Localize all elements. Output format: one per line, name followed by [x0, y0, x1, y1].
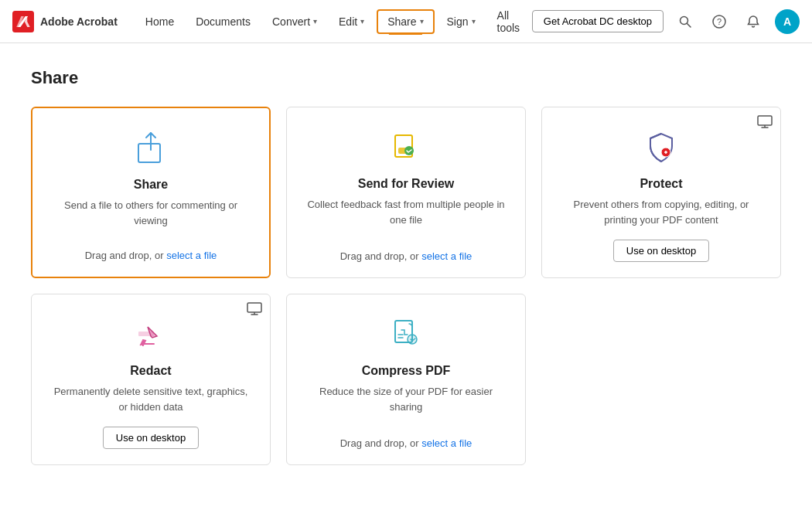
- send-review-icon: [387, 129, 425, 166]
- card-protect-title: Protect: [640, 177, 682, 191]
- svg-line-2: [687, 23, 691, 27]
- nav-item-alltools[interactable]: All tools: [488, 5, 532, 39]
- desktop-icon: [757, 115, 773, 129]
- chevron-down-icon: ▾: [313, 17, 317, 26]
- card-share-desc: Send a file to others for commenting or …: [51, 198, 251, 237]
- svg-point-8: [404, 146, 414, 155]
- search-icon: [678, 15, 692, 29]
- card-protect-desc: Prevent others from copying, editing, or…: [561, 197, 762, 227]
- card-share-action: Drag and drop, or select a file: [85, 250, 217, 261]
- card-review-desc: Collect feedback fast from multiple peop…: [305, 197, 507, 238]
- card-review-select-file[interactable]: select a file: [421, 250, 472, 262]
- card-protect[interactable]: Protect Prevent others from copying, edi…: [541, 107, 781, 278]
- card-review-action: Drag and drop, or select a file: [340, 250, 473, 262]
- nav-links: Home Documents Convert ▾ Edit ▾ Share ▾ …: [136, 5, 532, 39]
- redact-icon: [132, 316, 169, 353]
- nav-item-edit[interactable]: Edit ▾: [329, 11, 374, 32]
- nav-item-home[interactable]: Home: [136, 11, 183, 32]
- svg-rect-5: [138, 144, 160, 162]
- main-content: Share Share Send a file to others for co…: [0, 43, 812, 517]
- desktop-icon: [247, 302, 262, 316]
- card-compress-desc: Reduce the size of your PDF for easier s…: [305, 384, 507, 425]
- adobe-logo-icon: [12, 11, 34, 32]
- nav-item-sign[interactable]: Sign ▾: [438, 11, 485, 32]
- card-share[interactable]: Share Send a file to others for commenti…: [31, 107, 271, 278]
- nav-item-documents[interactable]: Documents: [186, 11, 260, 32]
- redact-use-desktop-button[interactable]: Use on desktop: [103, 427, 199, 449]
- card-review-title: Send for Review: [358, 177, 454, 191]
- chevron-down-icon: ▾: [420, 17, 424, 26]
- card-compress-title: Compress PDF: [362, 364, 451, 378]
- card-redact-desc: Permanently delete sensitive text, graph…: [50, 384, 251, 414]
- help-icon: ?: [712, 15, 726, 29]
- svg-text:?: ?: [717, 17, 722, 26]
- card-compress-select-file[interactable]: select a file: [421, 437, 472, 449]
- card-send-review[interactable]: Send for Review Collect feedback fast fr…: [286, 107, 526, 278]
- brand[interactable]: Adobe Acrobat: [12, 11, 118, 32]
- svg-point-21: [408, 335, 417, 344]
- card-compress-action: Drag and drop, or select a file: [340, 437, 473, 449]
- card-redact-title: Redact: [130, 364, 171, 378]
- compress-icon: [387, 316, 425, 353]
- protect-use-desktop-button[interactable]: Use on desktop: [613, 240, 709, 262]
- chevron-down-icon: ▾: [472, 17, 476, 26]
- share-icon: [132, 130, 169, 167]
- help-button[interactable]: ?: [707, 9, 732, 34]
- bell-icon: [746, 15, 760, 29]
- avatar[interactable]: A: [775, 9, 800, 34]
- search-button[interactable]: [673, 9, 698, 34]
- page-title: Share: [31, 68, 781, 88]
- nav-item-convert[interactable]: Convert ▾: [263, 11, 326, 32]
- nav-right: Get Acrobat DC desktop ? A: [532, 9, 800, 34]
- notifications-button[interactable]: [741, 9, 766, 34]
- svg-rect-9: [758, 116, 772, 125]
- navbar: Adobe Acrobat Home Documents Convert ▾ E…: [0, 0, 812, 43]
- card-compress[interactable]: Compress PDF Reduce the size of your PDF…: [286, 294, 526, 465]
- nav-item-share[interactable]: Share ▾: [377, 9, 434, 34]
- get-desktop-button[interactable]: Get Acrobat DC desktop: [532, 10, 664, 32]
- card-share-title: Share: [134, 178, 168, 192]
- protect-icon: [643, 129, 680, 166]
- svg-rect-15: [247, 303, 261, 312]
- card-redact[interactable]: Redact Permanently delete sensitive text…: [31, 294, 271, 465]
- card-grid: Share Send a file to others for commenti…: [31, 107, 781, 465]
- brand-name: Adobe Acrobat: [40, 15, 118, 28]
- card-share-select-file[interactable]: select a file: [166, 250, 217, 261]
- chevron-down-icon: ▾: [360, 17, 364, 26]
